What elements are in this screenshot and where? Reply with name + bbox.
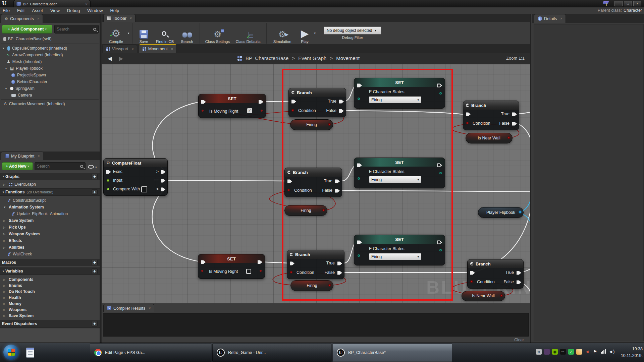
add-function-button[interactable]: +: [92, 189, 98, 195]
player-flipbook-getter[interactable]: Player Flipbook: [478, 207, 524, 218]
simulation-button[interactable]: ⚙▶ Simulation: [269, 23, 296, 44]
clear-button[interactable]: Clear: [514, 338, 524, 342]
exec-gt-pin[interactable]: [161, 170, 165, 174]
function-category[interactable]: ▷Abilities: [1, 244, 99, 251]
condition-pin[interactable]: [287, 189, 290, 191]
component-row[interactable]: ♙CharacterMovement (Inherited): [0, 101, 100, 107]
bool-checkbox-unchecked[interactable]: [246, 269, 251, 274]
enum-in-pin[interactable]: [358, 98, 360, 100]
close-icon[interactable]: ×: [38, 154, 40, 158]
exec-false-pin[interactable]: [517, 280, 521, 285]
close-icon[interactable]: ×: [131, 47, 133, 51]
antivirus-icon[interactable]: ✓: [568, 349, 574, 355]
tab-viewport[interactable]: Viewport ×: [103, 45, 137, 53]
close-tab-icon[interactable]: ×: [86, 2, 88, 6]
eventgraph-row[interactable]: ▷EventGraph: [1, 181, 99, 188]
function-row[interactable]: fWallCheck: [5, 251, 99, 257]
enum-in-pin[interactable]: [358, 177, 360, 180]
variable-category[interactable]: ▷Money: [1, 300, 99, 307]
close-icon[interactable]: ×: [130, 16, 132, 20]
function-category[interactable]: ▷Save System: [1, 217, 99, 224]
window-asset-tab[interactable]: BP_CharacterBase* ×: [13, 0, 91, 7]
graphs-header[interactable]: ▼Graphs+: [0, 173, 100, 180]
exec-in-pin[interactable]: [106, 170, 111, 174]
enum-dropdown[interactable]: Firing▾: [369, 253, 421, 260]
enum-dropdown[interactable]: Firing▾: [369, 96, 421, 103]
enum-dropdown[interactable]: Firing▾: [369, 176, 421, 183]
bool-out-pin[interactable]: [328, 123, 331, 126]
variable-category[interactable]: ▷Enums: [1, 282, 99, 289]
exec-in-pin[interactable]: [291, 99, 296, 104]
exec-true-pin[interactable]: [512, 112, 517, 117]
exec-true-pin[interactable]: [335, 179, 340, 184]
search-button[interactable]: Search: [177, 23, 197, 44]
exec-in-pin[interactable]: [287, 179, 292, 184]
class-defaults-button[interactable]: ✓ Class Defaults: [233, 23, 264, 44]
function-row[interactable]: fConstructionScript: [5, 197, 99, 204]
input-flag-icon[interactable]: ⚑: [592, 349, 598, 355]
add-graph-button[interactable]: +: [92, 174, 98, 179]
bool-out-pin[interactable]: [328, 284, 331, 287]
discord-icon[interactable]: ∞: [536, 349, 542, 355]
myblueprint-search[interactable]: [35, 162, 86, 170]
exec-false-pin[interactable]: [337, 270, 342, 275]
variable-category[interactable]: ▷Weapons: [1, 306, 99, 313]
branch-node[interactable]: Branch True Condition False: [463, 101, 519, 130]
tutorials-icon[interactable]: [603, 1, 609, 4]
tab-compiler-results[interactable]: > Compiler Results ×: [103, 304, 154, 312]
functions-header[interactable]: ▼Functions(28 Overridable)+: [0, 188, 100, 196]
find-in-cb-button[interactable]: Find in CB: [153, 23, 177, 44]
menu-window[interactable]: Window: [87, 8, 103, 13]
add-variable-button[interactable]: +: [92, 268, 98, 274]
nvidia-icon[interactable]: ◉: [552, 349, 558, 355]
close-icon[interactable]: ×: [37, 17, 39, 20]
game-client-icon[interactable]: [544, 349, 550, 355]
condition-pin[interactable]: [291, 109, 294, 112]
function-row[interactable]: fUpdate_FlipBook_Animation: [9, 210, 99, 217]
bool-out-pin[interactable]: [507, 136, 510, 139]
restore-button[interactable]: □: [624, 1, 632, 6]
exec-true-pin[interactable]: [517, 270, 521, 275]
chevron-down-icon[interactable]: ▾: [95, 166, 97, 169]
firing-getter[interactable]: Firing: [284, 205, 327, 216]
close-icon[interactable]: ×: [171, 47, 173, 51]
macros-header[interactable]: Macros+: [0, 259, 100, 266]
component-row[interactable]: ♟Mesh (Inherited): [5, 58, 99, 65]
branch-node[interactable]: Branch True Condition False: [287, 250, 344, 279]
add-component-button[interactable]: + Add Component▾: [2, 25, 52, 34]
exec-in-pin[interactable]: [466, 112, 471, 117]
variable-category[interactable]: ▷Health: [1, 294, 99, 301]
taskbar-app-blueprint[interactable]: U BP_CharacterBase*: [332, 344, 452, 362]
component-row[interactable]: Camera: [9, 92, 99, 99]
component-row[interactable]: BehindCharacter: [9, 78, 99, 85]
audio-muted-icon[interactable]: ◄: [584, 349, 590, 355]
component-row[interactable]: ↖ArrowComponent (Inherited): [5, 52, 99, 58]
exec-true-pin[interactable]: [337, 261, 342, 266]
condition-pin[interactable]: [470, 280, 473, 283]
variable-category[interactable]: ▷Components: [1, 276, 99, 283]
taskbar-app-unreal-project[interactable]: U Retro_Game - Unr...: [212, 344, 331, 362]
network-signal-icon[interactable]: [600, 349, 606, 355]
myblueprint-search-input[interactable]: [37, 164, 80, 169]
menu-help[interactable]: Help: [110, 8, 119, 13]
firing-getter[interactable]: Firing: [290, 119, 333, 130]
variables-header[interactable]: ▼Variables+: [0, 267, 100, 275]
parent-class-link[interactable]: Character: [624, 8, 642, 13]
save-button[interactable]: Save: [135, 23, 153, 44]
menu-edit[interactable]: Edit: [17, 8, 24, 13]
tab-components[interactable]: ⚙ Components ×: [1, 14, 43, 23]
enum-out-pin[interactable]: [439, 172, 442, 174]
function-category[interactable]: ▷Weapon System: [1, 231, 99, 237]
anticheat-icon[interactable]: EAC: [560, 349, 566, 355]
compare-float-node[interactable]: ⚙CompareFloat Exec > Input == Compare Wi…: [103, 158, 168, 196]
is-near-wall-getter[interactable]: Is Near Wall: [466, 133, 513, 143]
visibility-eye-icon[interactable]: [88, 165, 94, 169]
pen-tablet-icon[interactable]: [576, 349, 582, 355]
exec-in-pin[interactable]: [470, 270, 475, 275]
bool-in-pin[interactable]: [201, 270, 203, 272]
breadcrumb-mid[interactable]: Event Graph: [298, 55, 326, 61]
firing-getter[interactable]: Firing: [290, 280, 333, 291]
tab-movement[interactable]: Movement ×: [139, 44, 177, 53]
bool-out-pin[interactable]: [260, 270, 262, 272]
class-settings-button[interactable]: ⚙ Class Settings: [203, 23, 233, 44]
